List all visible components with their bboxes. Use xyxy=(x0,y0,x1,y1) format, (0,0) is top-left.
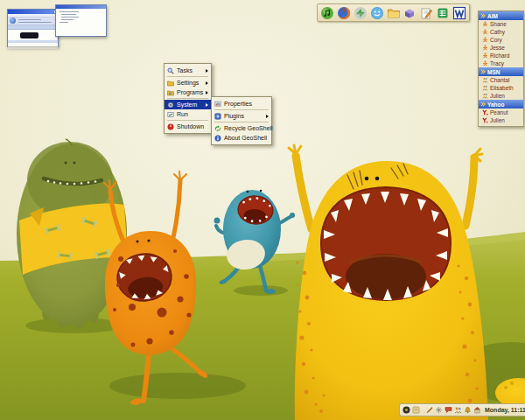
double-chevron-icon xyxy=(480,69,486,74)
chat-tray-icon[interactable] xyxy=(444,406,452,414)
home-tray-icon[interactable] xyxy=(473,406,481,414)
list-line xyxy=(61,17,79,18)
buddy-contact[interactable]: Julien xyxy=(479,116,523,124)
taskbar-clock[interactable]: Monday, 11:11 xyxy=(485,407,525,413)
submenu-item-plugins[interactable]: Plugins xyxy=(212,111,271,121)
buddy-contact[interactable]: Peanut xyxy=(479,108,523,116)
submenu-arrow-icon xyxy=(206,69,208,73)
menu-separator xyxy=(214,109,269,110)
contact-name: Tracy xyxy=(490,60,504,66)
yahoo-contact-icon xyxy=(482,117,488,123)
mini-browser-window[interactable] xyxy=(7,9,59,47)
mini-browser-content xyxy=(8,30,58,40)
toolbar-line xyxy=(18,19,41,20)
firefox-icon[interactable] xyxy=(337,6,351,20)
contact-name: Cathy xyxy=(490,29,505,35)
list-line xyxy=(61,19,74,20)
buddy-contact[interactable]: Shane xyxy=(479,20,523,28)
buddy-contact[interactable]: Chantal xyxy=(479,76,523,84)
folder-icon[interactable] xyxy=(387,6,401,20)
aim-contact-icon xyxy=(482,52,488,59)
star-tray-icon[interactable] xyxy=(435,406,443,414)
buddy-group-header-aim[interactable]: AIM xyxy=(479,11,523,20)
contact-name: Julien xyxy=(490,93,505,99)
programs-icon xyxy=(167,89,174,96)
menu-item-label: About GeoShell xyxy=(224,135,269,141)
submenu-item-properties[interactable]: Properties xyxy=(212,99,271,108)
menu-item-settings[interactable]: Settings xyxy=(164,78,211,88)
msn-contact-icon xyxy=(482,85,488,91)
menu-separator xyxy=(167,76,208,77)
pencil-tray-icon[interactable] xyxy=(425,406,433,414)
menu-item-shutdown[interactable]: Shutdown xyxy=(164,122,211,131)
app-dock xyxy=(317,4,470,22)
aim-contact-icon xyxy=(482,45,488,51)
media-player-icon[interactable] xyxy=(320,6,334,20)
contact-name: Chantal xyxy=(490,77,509,83)
system-submenu: Properties Plugins Recycle GeoShell Abou… xyxy=(211,96,272,145)
msn-contact-icon xyxy=(482,77,488,83)
buddy-group-name: MSN xyxy=(487,69,500,75)
contact-name: Richard xyxy=(490,52,509,59)
menu-item-label: Recycle GeoShell xyxy=(224,125,273,131)
buddy-contact[interactable]: Cathy xyxy=(479,28,523,36)
submenu-item-recycle[interactable]: Recycle GeoShell xyxy=(212,123,271,133)
contact-name: Julien xyxy=(490,117,505,123)
mini-list-window[interactable] xyxy=(55,4,107,37)
contact-name: Jesse xyxy=(490,45,505,51)
submenu-arrow-icon xyxy=(206,91,208,94)
spreadsheet-icon[interactable] xyxy=(436,6,450,20)
messenger-icon[interactable] xyxy=(370,6,384,20)
menu-item-system[interactable]: System xyxy=(164,100,211,109)
contact-name: Shane xyxy=(490,21,507,27)
recycle-icon xyxy=(214,125,221,132)
editor-icon[interactable] xyxy=(419,6,433,20)
aim-contact-icon xyxy=(482,37,488,43)
buddy-group-header-yahoo[interactable]: Yahoo xyxy=(479,100,523,108)
start-menu: Tasks Settings Programs System Run Shutd… xyxy=(164,63,212,134)
menu-item-tasks[interactable]: Tasks xyxy=(164,66,211,75)
menu-item-label: Tasks xyxy=(177,67,203,74)
mini-browser-statusbar xyxy=(8,46,58,49)
mini-browser-titlebar[interactable] xyxy=(8,10,58,14)
bell-tray-icon[interactable] xyxy=(464,406,472,414)
buddy-group-name: Yahoo xyxy=(487,102,505,108)
buddy-contact[interactable]: Tracy xyxy=(479,60,523,67)
contacts-tray-icon[interactable] xyxy=(454,406,462,414)
menu-item-label: Properties xyxy=(224,101,269,107)
about-icon xyxy=(214,135,221,142)
double-chevron-icon xyxy=(480,13,486,18)
desktop: AIM Shane Cathy Cory Jesse Richard Tracy… xyxy=(0,0,525,420)
buddy-contact[interactable]: Cory xyxy=(479,36,523,44)
buddy-list-panel: AIM Shane Cathy Cory Jesse Richard Tracy… xyxy=(478,10,524,127)
msn-contact-icon xyxy=(482,93,488,99)
buddy-group-header-msn[interactable]: MSN xyxy=(479,67,523,76)
menu-separator xyxy=(167,120,208,121)
list-line xyxy=(60,11,79,12)
buddy-contact[interactable]: Jesse xyxy=(479,44,523,52)
contact-name: Peanut xyxy=(490,109,508,116)
aim-contact-icon xyxy=(482,21,488,27)
menu-item-label: Programs xyxy=(177,89,203,95)
buddy-contact[interactable]: Richard xyxy=(479,52,523,60)
archiver-icon[interactable] xyxy=(402,6,416,20)
menu-item-programs[interactable]: Programs xyxy=(164,88,211,97)
contact-name: Elisabeth xyxy=(490,85,514,91)
media-player-tray-icon[interactable] xyxy=(402,406,410,414)
menu-item-run[interactable]: Run xyxy=(164,109,211,119)
menu-item-label: Shutdown xyxy=(177,123,208,130)
mini-browser-toolbar xyxy=(8,18,58,25)
buddy-contact[interactable]: Julien xyxy=(479,92,523,100)
double-chevron-icon xyxy=(480,102,486,107)
contact-name: Cory xyxy=(490,37,502,43)
taskbar: Monday, 11:11 xyxy=(399,403,525,416)
word-icon[interactable] xyxy=(452,6,466,20)
file-sharing-icon[interactable] xyxy=(354,6,368,20)
submenu-item-about[interactable]: About GeoShell xyxy=(212,133,271,143)
mini-list-content xyxy=(56,9,106,34)
yellow-monster-mouth xyxy=(321,187,451,300)
notes-tray-icon[interactable] xyxy=(412,406,420,414)
aim-contact-icon xyxy=(482,29,488,35)
buddy-contact[interactable]: Elisabeth xyxy=(479,84,523,92)
browser-logo-icon xyxy=(10,18,16,24)
